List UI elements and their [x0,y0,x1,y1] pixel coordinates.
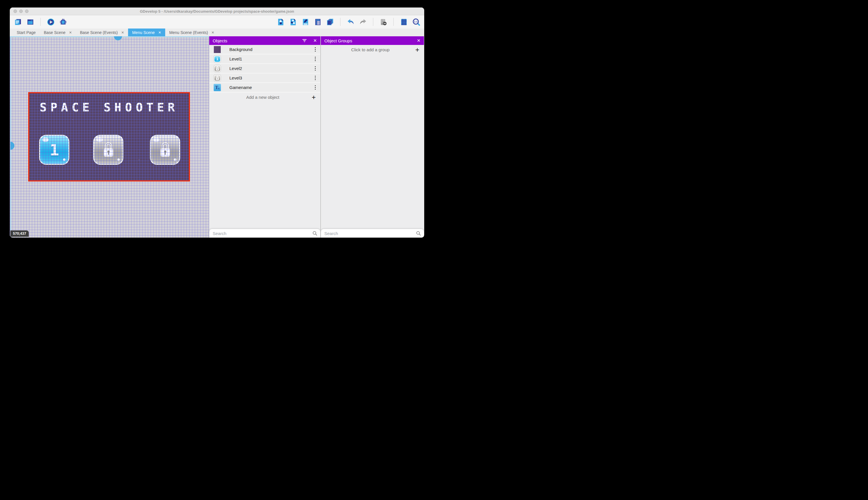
search-icon [312,231,317,236]
tab-menu-scene-events[interactable]: Menu Scene (Events) ✕ [165,29,219,36]
object-menu-kebab-icon[interactable] [314,56,317,62]
groups-search-input[interactable] [324,231,416,236]
objects-search-input[interactable] [213,231,312,236]
grid-icon [400,18,408,26]
level1-thumbnail: 1 [214,56,221,62]
add-object-icon [277,18,285,26]
tab-label: Base Scene [44,30,66,35]
objects-panel-button[interactable] [277,18,285,26]
groups-panel-title: Object Groups [324,38,417,43]
scene-title-instance[interactable]: SPACE SHOOTER [30,101,189,114]
window-title: GDevelop 5 - /Users/dkarakay/Documents/G… [10,9,424,13]
locked-thumbnail [214,75,221,81]
object-groups-icon [289,18,297,26]
tab-label: Start Page [17,30,36,35]
object-name: Level3 [230,76,314,80]
close-groups-panel-icon[interactable]: ✕ [417,38,421,43]
plus-icon[interactable]: + [312,94,316,101]
object-menu-kebab-icon[interactable] [314,66,317,71]
object-menu-kebab-icon[interactable] [314,75,317,81]
vertical-scrollbar-track[interactable] [10,36,11,238]
instances-list-icon [314,18,322,26]
object-row-level2[interactable]: Level2 [209,64,320,73]
plus-icon[interactable]: + [415,46,419,53]
tab-base-scene[interactable]: Base Scene ✕ [40,29,76,36]
render-options-button[interactable] [379,18,387,26]
zoom-reset-button[interactable]: 1:1 [412,18,420,26]
debugger-button[interactable] [59,18,67,26]
object-row-level1[interactable]: 1 Level1 [209,55,320,64]
object-row-level3[interactable]: Level3 [209,73,320,83]
add-group-row[interactable]: Click to add a group + [321,45,424,55]
redo-button[interactable] [359,18,367,26]
object-name: Gamename [230,85,314,90]
lock-icon [215,76,219,80]
tab-label: Menu Scene [132,30,155,35]
scene-canvas[interactable]: SPACE SHOOTER 1 [10,36,209,238]
objects-panel-title: Objects [213,38,302,43]
toolbar-divider [394,18,394,26]
toolbar-divider [40,18,40,26]
object-row-background[interactable]: Background [209,45,320,55]
scene-stars [30,93,30,94]
groups-panel-header: Object Groups ✕ [321,36,424,45]
tab-close-icon[interactable]: ✕ [121,31,124,35]
object-name: Background [230,47,314,52]
edit-properties-icon [302,18,309,26]
project-manager-button[interactable] [14,18,22,26]
grid-button[interactable] [400,18,408,26]
undo-icon [347,18,354,26]
object-row-gamename[interactable]: Tx Gamename [209,83,320,92]
add-object-row[interactable]: Add a new object + [209,92,320,102]
play-icon [47,18,55,26]
undo-button[interactable] [347,18,354,26]
tab-menu-scene[interactable]: Menu Scene ✕ [128,29,165,36]
tab-start-page[interactable]: Start Page [13,29,40,36]
game-scene-rect[interactable]: SPACE SHOOTER 1 [28,92,190,181]
scene-properties-button[interactable] [26,18,34,26]
object-name: Level1 [230,56,314,61]
preview-play-button[interactable] [47,18,55,26]
horizontal-scrollbar-thumb[interactable] [114,36,122,40]
mask-disabled-icon [379,18,387,26]
object-name: Level2 [230,66,314,71]
tab-label: Menu Scene (Events) [169,30,208,35]
filter-icon[interactable] [302,38,307,44]
objects-search-bar [209,229,320,238]
properties-panel-button[interactable] [301,18,309,26]
tab-close-icon[interactable]: ✕ [212,31,214,35]
horizontal-scrollbar-track[interactable] [10,36,209,37]
level2-button-instance[interactable] [93,135,124,165]
level3-button-instance[interactable] [150,135,180,165]
toolbar-divider [373,18,373,26]
tab-base-scene-events[interactable]: Base Scene (Events) ✕ [76,29,128,36]
background-thumbnail [214,46,221,53]
tab-label: Base Scene (Events) [80,30,118,35]
objects-panel-header: Objects ✕ [209,36,320,45]
scene-window-icon [26,18,34,26]
close-objects-panel-icon[interactable]: ✕ [313,38,317,43]
tab-close-icon[interactable]: ✕ [69,31,72,35]
project-manager-icon [14,18,22,26]
redo-icon [359,18,367,26]
level1-button-instance[interactable]: 1 [39,135,69,165]
gdevelop-window: GDevelop 5 - /Users/dkarakay/Documents/G… [10,8,424,238]
object-menu-kebab-icon[interactable] [314,85,317,90]
object-groups-panel: Object Groups ✕ Click to add a group + [320,36,424,238]
add-group-label: Click to add a group [326,47,415,52]
objects-panel: Objects ✕ Background 1 Level1 [209,36,320,238]
lock-icon [159,142,172,158]
zoom-1-1-icon: 1:1 [412,18,420,26]
groups-search-bar [321,229,424,238]
vertical-scrollbar-thumb[interactable] [10,142,14,150]
text-object-thumbnail: Tx [214,84,221,91]
instances-list-button[interactable] [314,18,322,26]
titlebar: GDevelop 5 - /Users/dkarakay/Documents/G… [10,8,424,15]
tab-close-icon[interactable]: ✕ [158,31,161,35]
add-object-label: Add a new object [214,95,312,100]
object-groups-panel-button[interactable] [289,18,297,26]
lock-icon [102,142,115,158]
locked-thumbnail [214,65,221,72]
layers-panel-button[interactable] [326,18,334,26]
object-menu-kebab-icon[interactable] [314,47,317,53]
